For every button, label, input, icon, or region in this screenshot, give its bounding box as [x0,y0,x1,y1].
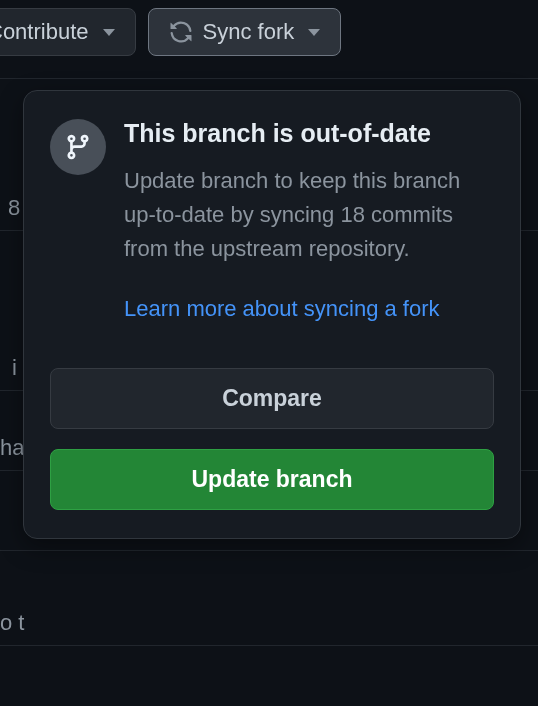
chevron-down-icon [103,29,115,36]
popover-body: This branch is out-of-date Update branch… [24,91,520,346]
bg-text: o t [0,610,24,636]
git-branch-icon [50,119,106,175]
learn-more-link[interactable]: Learn more about syncing a fork [124,292,440,326]
chevron-down-icon [308,29,320,36]
bg-text: 8 [8,195,20,221]
top-toolbar: Contribute Sync fork [0,0,538,64]
contribute-button[interactable]: Contribute [0,8,136,56]
bg-text: ha [0,435,24,461]
bg-text: i [12,355,17,381]
popover-heading: This branch is out-of-date [124,117,494,150]
update-branch-button[interactable]: Update branch [50,449,494,510]
contribute-label: Contribute [0,19,89,45]
popover-actions: Compare Update branch [24,346,520,538]
sync-fork-label: Sync fork [203,19,295,45]
sync-icon [169,20,193,44]
sync-fork-popover: This branch is out-of-date Update branch… [23,90,521,539]
popover-description: Update branch to keep this branch up-to-… [124,164,494,266]
popover-text: This branch is out-of-date Update branch… [124,117,494,326]
compare-button[interactable]: Compare [50,368,494,429]
sync-fork-button[interactable]: Sync fork [148,8,342,56]
